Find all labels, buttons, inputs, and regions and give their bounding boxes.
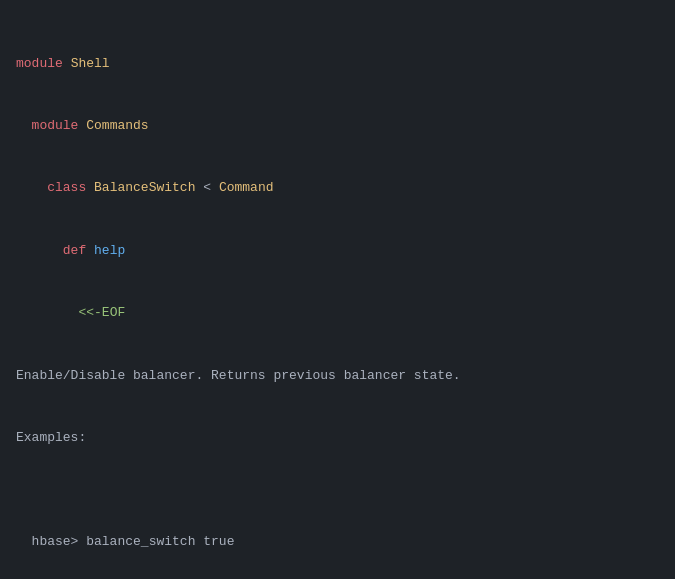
- code-line: Examples:: [16, 428, 659, 449]
- code-line: Enable/Disable balancer. Returns previou…: [16, 366, 659, 387]
- code-line: <<-EOF: [16, 303, 659, 324]
- code-container: module Shell module Commands class Balan…: [0, 0, 675, 579]
- code-line: def help: [16, 241, 659, 262]
- code-line: module Commands: [16, 116, 659, 137]
- code-line: module Shell: [16, 54, 659, 75]
- ruby-code-block: module Shell module Commands class Balan…: [0, 0, 675, 579]
- code-line: hbase> balance_switch true: [16, 532, 659, 553]
- code-line: class BalanceSwitch < Command: [16, 178, 659, 199]
